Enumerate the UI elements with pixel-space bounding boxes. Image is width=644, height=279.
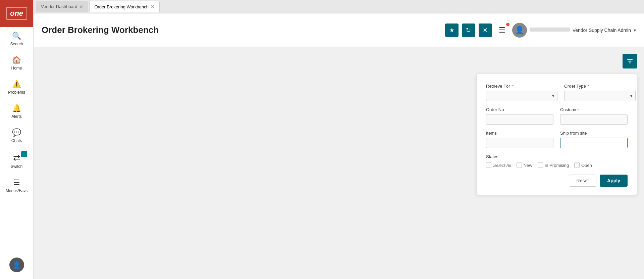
sidebar-item-alerts[interactable]: 🔔 Alerts: [0, 99, 33, 124]
user-avatar: 👤: [512, 23, 527, 38]
sidebar-item-label-alerts: Alerts: [11, 114, 22, 119]
state-option-new[interactable]: New: [517, 162, 536, 168]
tab-vendor-dashboard[interactable]: Vendor Dashboard ✕: [36, 1, 88, 12]
chats-icon: 💬: [12, 128, 21, 137]
user-name-blurred: [530, 28, 570, 32]
retrieve-for-field: Retrieve For * ▾: [486, 84, 557, 101]
favorite-button[interactable]: ★: [445, 24, 459, 37]
items-field: Items: [486, 131, 553, 148]
switch-icon: ⇄: [13, 152, 20, 163]
notification-dot: [505, 22, 510, 27]
filter-row-1: Retrieve For * ▾ Order Type * ▾: [486, 84, 628, 101]
order-type-required: *: [587, 84, 590, 89]
state-label-select-all: Select All: [493, 163, 511, 168]
user-avatar-small: 👤: [9, 258, 24, 272]
order-type-label: Order Type *: [564, 84, 636, 89]
apply-button[interactable]: Apply: [600, 175, 628, 187]
tab-close-vendor-dashboard[interactable]: ✕: [79, 4, 83, 9]
sidebar-item-menus-favs[interactable]: ☰ Menus/Favs: [0, 174, 33, 198]
order-type-field: Order Type * ▾: [564, 84, 636, 101]
order-type-input[interactable]: [565, 91, 628, 101]
page-header: Order Brokering Workbench ★ ↻ ✕ ☰ 👤 Vend…: [34, 13, 644, 47]
items-input[interactable]: [486, 138, 553, 148]
tab-order-brokering[interactable]: Order Brokering Workbench ✕: [89, 1, 160, 12]
order-no-label: Order No: [486, 107, 553, 112]
filter-row-2: Order No Customer: [486, 107, 628, 125]
sidebar-item-label-switch: Switch: [11, 164, 22, 169]
sidebar-user-avatar[interactable]: 👤: [0, 253, 33, 279]
filter-panel: Retrieve For * ▾ Order Type * ▾: [476, 74, 637, 195]
logo-text: one: [6, 7, 27, 20]
home-icon: 🏠: [12, 56, 21, 64]
customer-label: Customer: [560, 107, 628, 112]
retrieve-for-label: Retrieve For *: [486, 84, 557, 89]
retrieve-for-dropdown-icon[interactable]: ▾: [549, 91, 557, 101]
ship-from-site-input[interactable]: [560, 138, 628, 148]
page-title: Order Brokering Workbench: [42, 25, 159, 35]
order-no-field: Order No: [486, 107, 553, 125]
order-no-input[interactable]: [486, 114, 553, 125]
tabbar: Vendor Dashboard ✕ Order Brokering Workb…: [34, 0, 644, 13]
menu-button[interactable]: ☰: [495, 24, 509, 37]
customer-field: Customer: [560, 107, 628, 125]
sidebar-item-search[interactable]: 🔍 Search: [0, 27, 33, 51]
close-button[interactable]: ✕: [479, 24, 492, 37]
state-option-select-all[interactable]: Select All: [486, 162, 515, 168]
retrieve-for-input-wrap: ▾: [486, 91, 557, 101]
user-name: Vendor Supply Chain Admin: [573, 28, 631, 33]
sidebar-item-label-problems: Problems: [8, 90, 25, 95]
state-label-new: New: [524, 163, 532, 168]
switch-badge: [21, 151, 27, 157]
sidebar-item-label-menus-favs: Menus/Favs: [6, 188, 28, 193]
user-section[interactable]: 👤 Vendor Supply Chain Admin ▾: [512, 23, 636, 38]
sidebar-item-label-home: Home: [11, 66, 22, 71]
sidebar-item-label-search: Search: [10, 42, 23, 46]
checkbox-new[interactable]: [517, 162, 522, 168]
order-type-input-wrap: ▾: [564, 91, 636, 101]
alerts-icon: 🔔: [12, 104, 21, 113]
refresh-button[interactable]: ↻: [462, 24, 475, 37]
customer-input[interactable]: [560, 114, 628, 125]
user-dropdown-arrow[interactable]: ▾: [634, 28, 636, 33]
search-icon: 🔍: [12, 32, 21, 40]
checkbox-open[interactable]: [574, 162, 580, 168]
sidebar-item-switch[interactable]: ⇄ Switch: [0, 148, 33, 174]
tab-label-order-brokering: Order Brokering Workbench: [94, 4, 149, 9]
sidebar: one 🔍 Search 🏠 Home ⚠️ Problems 🔔 Alerts…: [0, 0, 34, 279]
header-right: ★ ↻ ✕ ☰ 👤 Vendor Supply Chain Admin ▾: [445, 23, 636, 38]
filter-toggle-button[interactable]: [623, 54, 637, 68]
items-label: Items: [486, 131, 553, 136]
tab-label-vendor-dashboard: Vendor Dashboard: [41, 4, 77, 9]
checkbox-in-promising[interactable]: [538, 162, 543, 168]
sidebar-item-chats[interactable]: 💬 Chats: [0, 124, 33, 148]
main-area: Vendor Dashboard ✕ Order Brokering Workb…: [34, 0, 644, 279]
retrieve-for-input[interactable]: [486, 91, 549, 101]
states-label: States: [486, 154, 628, 159]
app-logo[interactable]: one: [0, 0, 33, 27]
order-type-dropdown-icon[interactable]: ▾: [628, 91, 635, 101]
problems-icon: ⚠️: [12, 80, 21, 89]
state-label-in-promising: In Promising: [545, 163, 569, 168]
reset-button[interactable]: Reset: [569, 175, 597, 187]
ship-from-site-field: Ship from site: [560, 131, 628, 148]
menus-favs-icon: ☰: [13, 178, 20, 187]
filter-actions: Reset Apply: [486, 175, 628, 187]
ship-from-site-label: Ship from site: [560, 131, 628, 136]
states-options: Select All New In Promising Open: [486, 162, 628, 168]
state-option-open[interactable]: Open: [574, 162, 595, 168]
states-section: States Select All New In Promising: [486, 154, 628, 168]
sidebar-item-label-chats: Chats: [11, 138, 22, 143]
filter-row-3: Items Ship from site: [486, 131, 628, 148]
state-option-in-promising[interactable]: In Promising: [538, 162, 572, 168]
checkbox-select-all[interactable]: [486, 162, 491, 168]
tab-close-order-brokering[interactable]: ✕: [151, 4, 155, 9]
state-label-open: Open: [581, 163, 592, 168]
retrieve-for-required: *: [511, 84, 514, 89]
sidebar-item-home[interactable]: 🏠 Home: [0, 51, 33, 75]
sidebar-item-problems[interactable]: ⚠️ Problems: [0, 75, 33, 99]
content-area: Retrieve For * ▾ Order Type * ▾: [34, 47, 644, 279]
